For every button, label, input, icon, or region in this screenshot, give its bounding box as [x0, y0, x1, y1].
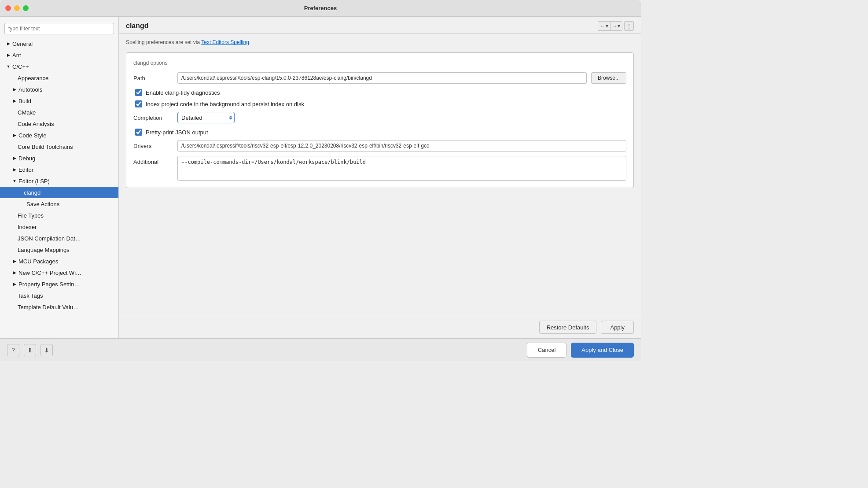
sidebar-item-cpp[interactable]: C/C++ — [0, 61, 118, 72]
sidebar-item-json-compilation[interactable]: JSON Compilation Dat… — [0, 233, 118, 244]
spelling-link[interactable]: Text Editors Spelling — [201, 39, 249, 45]
sidebar-item-label: Core Build Toolchains — [18, 144, 73, 150]
maximize-button[interactable] — [23, 5, 29, 11]
sidebar: General Ant C/C++ Appearance Autotools B… — [0, 17, 119, 338]
additional-label: Additional — [133, 156, 173, 165]
sidebar-item-label: JSON Compilation Dat… — [18, 235, 81, 242]
sidebar-item-build[interactable]: Build — [0, 95, 118, 107]
arrow-icon — [11, 98, 18, 104]
arrow-icon — [11, 281, 18, 287]
cancel-button[interactable]: Cancel — [527, 343, 566, 358]
content-area: clangd ←▾ →▾ ⋮ Spelling preferences are … — [119, 17, 641, 338]
more-options-button[interactable]: ⋮ — [624, 21, 634, 31]
index-background-checkbox[interactable] — [135, 100, 142, 107]
sidebar-item-editor[interactable]: Editor — [0, 164, 118, 175]
spelling-note: Spelling preferences are set via Text Ed… — [126, 39, 634, 45]
sidebar-item-cmake[interactable]: CMake — [0, 107, 118, 118]
apply-button[interactable]: Apply — [601, 321, 634, 334]
additional-row: Additional — [133, 156, 626, 181]
sidebar-item-code-analysis[interactable]: Code Analysis — [0, 118, 118, 129]
content-footer: Restore Defaults Apply — [119, 316, 641, 338]
window-controls — [5, 5, 29, 11]
sidebar-item-ant[interactable]: Ant — [0, 49, 118, 61]
sidebar-item-appearance[interactable]: Appearance — [0, 72, 118, 84]
index-background-checkbox-wrap[interactable]: Index project code in the background and… — [135, 100, 304, 107]
completion-select[interactable]: Detailed Bundled None — [177, 112, 235, 123]
sidebar-item-label: Property Pages Settin… — [18, 281, 80, 288]
sidebar-item-autotools[interactable]: Autotools — [0, 84, 118, 95]
page-title: clangd — [126, 22, 149, 30]
sidebar-item-new-cpp-project[interactable]: New C/C++ Project Wi… — [0, 267, 118, 278]
browse-button[interactable]: Browse... — [591, 72, 626, 84]
sidebar-item-debug[interactable]: Debug — [0, 152, 118, 164]
sidebar-item-label: File Types — [18, 212, 44, 219]
minimize-button[interactable] — [14, 5, 20, 11]
main-layout: General Ant C/C++ Appearance Autotools B… — [0, 17, 641, 338]
pretty-print-checkbox-wrap[interactable]: Pretty-print JSON output — [135, 129, 208, 136]
sidebar-item-label: Indexer — [18, 224, 37, 230]
sidebar-item-code-style[interactable]: Code Style — [0, 129, 118, 141]
enable-tidy-checkbox-wrap[interactable]: Enable clang-tidy diagnostics — [135, 89, 220, 96]
sidebar-item-general[interactable]: General — [0, 38, 118, 49]
arrow-icon — [11, 258, 18, 264]
pretty-print-checkbox[interactable] — [135, 129, 142, 136]
sidebar-item-label: Appearance — [18, 75, 48, 81]
sidebar-item-clangd[interactable]: clangd — [0, 187, 118, 198]
sidebar-item-label: C/C++ — [12, 63, 29, 70]
arrow-icon — [11, 132, 18, 138]
sidebar-item-core-build[interactable]: Core Build Toolchains — [0, 141, 118, 152]
sidebar-item-indexer[interactable]: Indexer — [0, 221, 118, 233]
bottom-right: Cancel Apply and Close — [527, 343, 634, 358]
export-icon: ⬇ — [44, 347, 49, 354]
sidebar-item-label: MCU Packages — [18, 258, 58, 265]
nav-btn-group: ←▾ →▾ — [598, 21, 622, 31]
content-header: clangd ←▾ →▾ ⋮ — [119, 17, 641, 34]
sidebar-item-language-mappings[interactable]: Language Mappings — [0, 244, 118, 255]
bottom-left: ? ⬆ ⬇ — [7, 344, 53, 356]
apply-close-button[interactable]: Apply and Close — [571, 343, 634, 358]
completion-select-wrapper: Detailed Bundled None — [177, 112, 235, 123]
arrow-icon — [11, 166, 18, 173]
back-icon: ←▾ — [600, 23, 608, 29]
drivers-input[interactable] — [177, 140, 626, 152]
help-icon: ? — [11, 347, 15, 354]
additional-textarea[interactable] — [177, 156, 626, 181]
sidebar-item-label: Template Default Valu… — [18, 304, 79, 311]
restore-defaults-button[interactable]: Restore Defaults — [539, 321, 597, 334]
window-title: Preferences — [304, 5, 337, 11]
arrow-icon — [5, 41, 11, 47]
sidebar-item-label: Language Mappings — [18, 247, 70, 253]
sidebar-item-label: Editor (LSP) — [18, 178, 50, 185]
sidebar-item-mcu-packages[interactable]: MCU Packages — [0, 255, 118, 267]
forward-button[interactable]: →▾ — [610, 21, 622, 31]
help-button[interactable]: ? — [7, 344, 19, 356]
arrow-icon — [5, 52, 11, 58]
drivers-label: Drivers — [133, 143, 173, 149]
completion-row: Completion Detailed Bundled None — [133, 112, 626, 123]
sidebar-item-file-types[interactable]: File Types — [0, 210, 118, 221]
enable-tidy-row: Enable clang-tidy diagnostics — [135, 89, 626, 96]
arrow-icon — [11, 155, 18, 161]
sidebar-item-template-default[interactable]: Template Default Valu… — [0, 301, 118, 313]
sidebar-item-label: Build — [18, 98, 31, 104]
sidebar-item-label: New C/C++ Project Wi… — [18, 270, 81, 276]
enable-tidy-checkbox[interactable] — [135, 89, 142, 96]
sidebar-item-task-tags[interactable]: Task Tags — [0, 290, 118, 301]
path-input[interactable] — [177, 72, 587, 84]
sidebar-item-editor-lsp[interactable]: Editor (LSP) — [0, 175, 118, 187]
sidebar-item-label: General — [12, 41, 33, 47]
import-button[interactable]: ⬆ — [24, 344, 36, 356]
close-button[interactable] — [5, 5, 11, 11]
pretty-print-row: Pretty-print JSON output — [135, 129, 626, 136]
pretty-print-label: Pretty-print JSON output — [146, 129, 208, 136]
back-button[interactable]: ←▾ — [598, 21, 610, 31]
sidebar-item-label: Editor — [18, 166, 33, 173]
sidebar-item-save-actions[interactable]: Save Actions — [0, 198, 118, 210]
index-background-label: Index project code in the background and… — [146, 101, 304, 107]
filter-input[interactable] — [4, 23, 114, 34]
enable-tidy-label: Enable clang-tidy diagnostics — [146, 89, 220, 96]
export-button[interactable]: ⬇ — [40, 344, 53, 356]
sidebar-item-label: clangd — [24, 189, 40, 196]
sidebar-item-property-pages[interactable]: Property Pages Settin… — [0, 278, 118, 290]
sidebar-item-label: Task Tags — [18, 292, 43, 299]
